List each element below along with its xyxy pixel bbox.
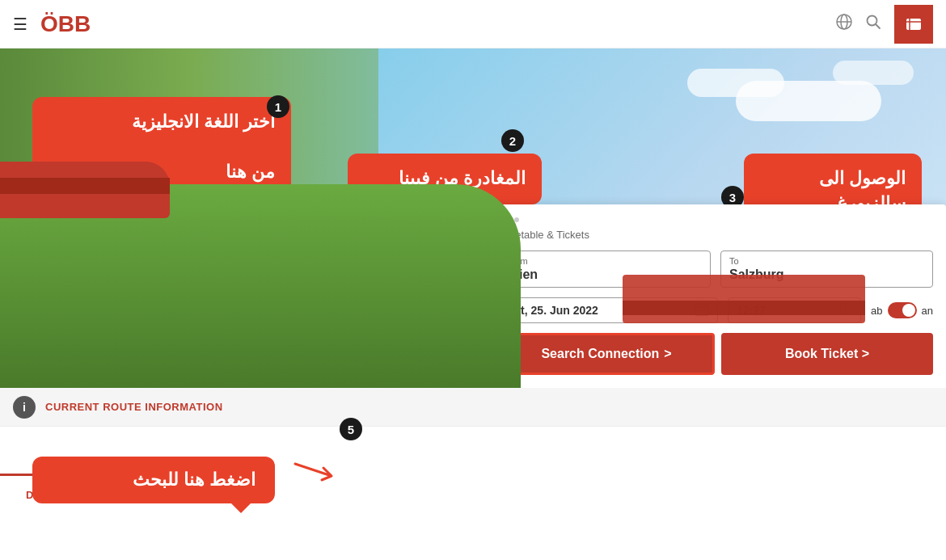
arrow-decoration <box>291 460 340 487</box>
tooltip-5: اضغط هنا للبحث <box>32 457 275 503</box>
ab-label: ab <box>871 305 882 317</box>
ticket-button[interactable] <box>894 5 933 44</box>
toggle-knob <box>902 304 915 317</box>
header-left: ☰ ÖBB <box>13 11 91 37</box>
language-icon[interactable] <box>836 14 852 34</box>
search-chevron-icon: > <box>664 347 671 361</box>
header: ☰ ÖBB <box>0 0 946 48</box>
an-label: an <box>922 305 933 317</box>
svg-rect-5 <box>906 19 921 30</box>
obb-logo: ÖBB <box>40 11 91 37</box>
route-info-text: CURRENT ROUTE INFORMATION <box>45 401 223 413</box>
badge-2: 2 <box>501 129 524 152</box>
info-bar: i CURRENT ROUTE INFORMATION <box>0 388 946 427</box>
panel-title: Timetable & Tickets <box>498 229 933 241</box>
toggle-switch[interactable] <box>888 302 917 318</box>
panel-dots <box>498 217 933 222</box>
badge-1: 1 <box>267 95 289 118</box>
book-chevron-icon: > <box>862 347 869 360</box>
from-label: From <box>507 256 702 266</box>
badge-5: 5 <box>340 418 362 440</box>
info-icon: i <box>13 396 36 419</box>
svg-line-4 <box>876 24 880 28</box>
ab-an-toggle[interactable]: ab an <box>871 297 933 323</box>
book-ticket-button[interactable]: Book Ticket > <box>721 333 933 375</box>
menu-icon[interactable]: ☰ <box>13 15 27 34</box>
search-icon[interactable] <box>865 14 881 34</box>
logo-text: ÖBB <box>40 11 91 37</box>
to-label: To <box>729 256 924 266</box>
header-right <box>836 5 933 44</box>
search-connection-button[interactable]: Search Connection > <box>498 333 715 375</box>
button-row: Search Connection > Book Ticket > <box>498 333 933 375</box>
hero-section: اختر اللغة الانجليزية من هنا 1 المغادرة … <box>0 48 946 388</box>
bottom-section: اضغط هنا للبحث 5 DIGITAL TICKET PURCHASE <box>0 427 946 560</box>
